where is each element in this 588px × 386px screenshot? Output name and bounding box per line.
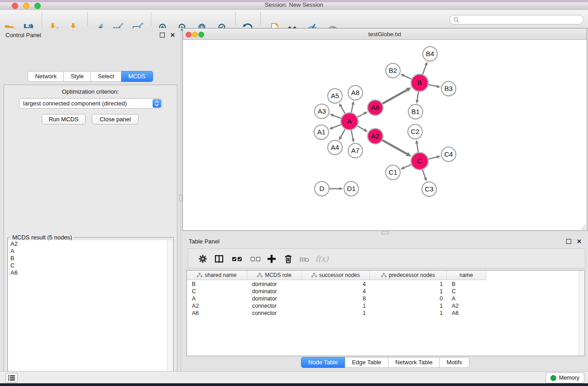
table-row[interactable]: A6connector11A6: [187, 310, 578, 317]
column-header-MCDS-role[interactable]: MCDS role: [247, 271, 302, 280]
tab-style[interactable]: Style: [64, 71, 91, 82]
graph-edge-A-A3[interactable]: [333, 115, 341, 118]
table-cell[interactable]: 1: [370, 288, 447, 295]
zoom-window-button[interactable]: [34, 3, 41, 9]
mcds-result-item[interactable]: C: [8, 262, 173, 269]
column-header-predecessor-nodes[interactable]: predecessor nodes: [370, 271, 447, 280]
table-cell[interactable]: 8: [302, 295, 370, 302]
table-cell[interactable]: 1: [370, 303, 447, 309]
tab-mcds[interactable]: MCDS: [121, 71, 153, 82]
select-all-checkboxes-icon[interactable]: [232, 253, 243, 264]
splitter-handle-horizontal[interactable]: [382, 231, 389, 234]
table-cell[interactable]: 1: [302, 303, 370, 309]
close-network-button[interactable]: [186, 32, 191, 38]
settings-gear-icon[interactable]: [197, 253, 208, 264]
mcds-result-list[interactable]: A2ABCA6: [8, 240, 173, 386]
graph-edge-A-A2[interactable]: [357, 126, 364, 130]
graph-edge-A2-C[interactable]: [382, 140, 407, 154]
table-cell[interactable]: A6: [447, 310, 486, 316]
window-titlebar: Session: New Session: [0, 0, 588, 10]
splitter-handle-vertical[interactable]: [179, 195, 182, 201]
unselect-all-checkboxes-icon[interactable]: [250, 253, 261, 264]
network-graph[interactable]: ABCA2A6A1A3A4A5A7A8B1B2B3B4C1C2C3C4DD1: [183, 40, 587, 230]
tab-select[interactable]: Select: [91, 71, 121, 82]
table-cell[interactable]: A2: [187, 303, 247, 309]
close-window-button[interactable]: [12, 3, 18, 9]
delete-table-icon[interactable]: [299, 253, 310, 264]
graph-edge-B-B2[interactable]: [404, 76, 411, 79]
column-header-name[interactable]: name: [447, 271, 486, 280]
network-window-titlebar[interactable]: testGlobe.txt: [183, 29, 587, 40]
graph-edge-B-B4[interactable]: [423, 65, 426, 74]
graph-edge-A-A1[interactable]: [333, 124, 341, 128]
graph-edge-C-C2[interactable]: [417, 143, 418, 152]
search-field[interactable]: [449, 15, 583, 24]
search-input[interactable]: [459, 16, 583, 24]
table-cell[interactable]: connector: [247, 310, 302, 316]
table-cell[interactable]: B: [187, 281, 247, 287]
table-row[interactable]: Bdominator41B: [187, 281, 578, 288]
tab-node-table[interactable]: Node Table: [301, 357, 345, 368]
close-panel-icon[interactable]: ✕: [170, 33, 175, 37]
graph-edge-B-B1[interactable]: [417, 92, 419, 100]
table-cell[interactable]: A2: [447, 303, 486, 309]
table-cell[interactable]: A: [187, 295, 247, 302]
close-table-panel-icon[interactable]: ✕: [577, 239, 582, 243]
graph-edge-C-C3[interactable]: [422, 170, 425, 178]
graph-edge-B-B3[interactable]: [429, 85, 437, 86]
table-cell[interactable]: B: [447, 281, 486, 287]
function-builder-icon[interactable]: f(x): [314, 253, 330, 264]
graph-edge-A-A4[interactable]: [341, 129, 345, 137]
scrollbar-track[interactable]: [167, 240, 173, 386]
table-cell[interactable]: 1: [370, 310, 447, 316]
show-column-icon[interactable]: [214, 253, 225, 264]
graph-edge-A-A7[interactable]: [351, 130, 353, 139]
graph-edge-A-A5[interactable]: [341, 106, 345, 114]
zoom-network-button[interactable]: [198, 32, 204, 38]
memory-button[interactable]: Memory: [545, 372, 584, 383]
column-header-successor-nodes[interactable]: successor nodes: [302, 271, 370, 280]
table-cell[interactable]: 1: [302, 310, 370, 316]
table-cell[interactable]: C: [447, 288, 486, 295]
table-row[interactable]: A2connector11A2: [187, 302, 578, 310]
tab-motifs[interactable]: Motifs: [440, 357, 469, 368]
tab-network[interactable]: Network: [28, 71, 64, 82]
table-cell[interactable]: 4: [302, 288, 370, 295]
float-table-panel-icon[interactable]: [566, 239, 571, 244]
table-cell[interactable]: A6: [187, 310, 247, 316]
table-cell[interactable]: dominator: [247, 288, 302, 295]
close-panel-button[interactable]: Close panel: [92, 114, 139, 124]
criterion-dropdown[interactable]: largest connected component (directed): [19, 98, 162, 109]
delete-column-icon[interactable]: [283, 253, 294, 264]
minimize-network-button[interactable]: [192, 32, 198, 38]
table-cell[interactable]: 4: [302, 281, 370, 287]
table-cell[interactable]: A: [447, 295, 486, 302]
resize-grip-icon[interactable]: [580, 224, 586, 229]
graph-edge-C-C4[interactable]: [428, 157, 437, 159]
graph-edge-A6-B[interactable]: [382, 90, 407, 104]
table-cell[interactable]: connector: [247, 303, 302, 309]
table-row[interactable]: Adominator80A: [187, 295, 578, 302]
mcds-result-item[interactable]: A: [8, 248, 173, 255]
table-cell[interactable]: dominator: [247, 281, 302, 287]
show-panels-button[interactable]: [5, 373, 18, 383]
minimize-window-button[interactable]: [23, 3, 29, 9]
table-cell[interactable]: 1: [370, 281, 447, 287]
graph-edge-A-A8[interactable]: [351, 105, 353, 112]
tab-edge-table[interactable]: Edge Table: [345, 357, 388, 368]
column-header-shared-name[interactable]: shared name: [187, 271, 247, 280]
table-scrollbar-track[interactable]: [578, 271, 584, 356]
table-cell[interactable]: 0: [370, 295, 447, 302]
table-row[interactable]: Cdominator41C: [187, 288, 578, 295]
table-cell[interactable]: C: [187, 288, 247, 295]
mcds-result-item[interactable]: A2: [8, 240, 173, 248]
run-mcds-button[interactable]: Run MCDS: [42, 114, 86, 124]
mcds-result-item[interactable]: B: [8, 255, 173, 262]
add-column-icon[interactable]: [266, 253, 277, 264]
float-panel-icon[interactable]: [160, 33, 165, 38]
mcds-result-item[interactable]: A6: [8, 269, 173, 276]
graph-edge-C-C1[interactable]: [404, 165, 411, 168]
table-cell[interactable]: dominator: [247, 295, 302, 302]
tab-network-table[interactable]: Network Table: [388, 357, 440, 368]
graph-edge-A-A6[interactable]: [358, 114, 364, 117]
